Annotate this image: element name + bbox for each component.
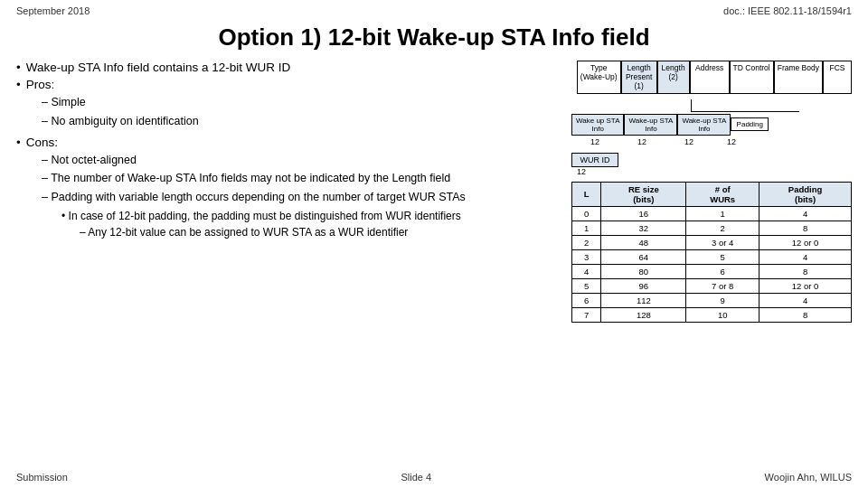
wakeup-padding: Padding [731,117,769,131]
table-cell-5-1: 96 [601,278,686,293]
connector-line [691,99,799,112]
table-header-padding: Padding(bits) [760,182,852,206]
table-header-row: L RE size(bits) # ofWURs Padding(bits) [572,182,852,206]
info-table: L RE size(bits) # ofWURs Padding(bits) 0… [571,182,852,323]
bullet-3-sub3: – Padding with variable length occurs de… [42,189,476,206]
table-body: 01614132282483 or 412 or 036454480685967… [572,206,852,322]
case-12bit-label: In case of 12-bit padding, the padding m… [69,210,461,222]
wur-id-box: WUR ID [571,153,618,167]
simple-label: Simple [51,96,85,108]
table-cell-5-3: 12 or 0 [760,278,852,293]
table-row: 36454 [572,249,852,264]
left-column: • Wake-up STA Info field contains a 12-b… [16,61,557,323]
table-header-re-size: RE size(bits) [601,182,686,206]
dash-3: – [42,154,51,166]
table-row: 13228 [572,221,852,235]
wakeup-label-pad: 12 [712,137,750,146]
table-cell-3-1: 64 [601,249,686,264]
frame-cell-length: Length(2) [657,61,690,94]
table-row: 48068 [572,264,852,278]
table-cell-6-0: 6 [572,293,601,307]
table-cell-1-1: 32 [601,221,686,235]
frame-cell-length-present: LengthPresent(1) [621,61,657,94]
bullet-2: • Pros: [16,78,557,91]
bullet-2-label: Pros: [26,78,55,91]
table-cell-6-2: 9 [686,293,760,307]
bullet-3-sub1: – Not octet-aligned [42,152,557,169]
frame-diagram: Type(Wake-Up) LengthPresent(1) Length(2)… [571,61,852,94]
table-cell-5-2: 7 or 8 [686,278,760,293]
table-cell-0-3: 4 [760,206,852,221]
wakeup-box-3: Wake-up STAInfo [677,114,731,136]
any-12bit-label: Any 12-bit value can be assigned to WUR … [88,226,408,239]
table-cell-0-2: 1 [686,206,760,221]
bullet-dot-3: • [16,136,21,149]
table-cell-4-1: 80 [601,264,686,278]
footer-right: Woojin Ahn, WILUS [765,472,852,483]
bullet-3-sub3-sub1-sub1: – Any 12-bit value can be assigned to WU… [80,224,477,240]
footer: Submission Slide 4 Woojin Ahn, WILUS [0,472,868,483]
table-row: 5967 or 812 or 0 [572,278,852,293]
header-right: doc.: IEEE 802.11-18/1594r1 [723,5,852,16]
table-cell-2-0: 2 [572,235,601,249]
right-column: Type(Wake-Up) LengthPresent(1) Length(2)… [571,61,852,323]
frame-cell-frame-body: Frame Body [774,61,823,94]
bullet-3-sub3-sub1: • In case of 12-bit padding, the padding… [61,208,477,224]
table-cell-6-3: 4 [760,293,852,307]
wur-id-section: WUR ID 12 [571,152,852,176]
bullet-1-text: Wake-up STA Info field contains a 12-bit… [26,61,291,74]
bullet-1: • Wake-up STA Info field contains a 12-b… [16,61,557,74]
wakeup-label-2: 12 [618,137,665,146]
table-cell-4-2: 6 [686,264,760,278]
bullet-dot-2: • [16,78,21,91]
bullet-3-label: Cons: [26,136,58,149]
table-cell-3-0: 3 [572,249,601,264]
dash-4: – [42,172,51,184]
wakeup-labels: 12 12 12 12 [571,137,852,146]
connector-area [571,99,852,112]
frame-row: Type(Wake-Up) LengthPresent(1) Length(2)… [577,61,852,94]
table-row: 2483 or 412 or 0 [572,235,852,249]
table-header-l: L [572,182,601,206]
frame-cell-td-control: TD Control [730,61,774,94]
table-cell-2-2: 3 or 4 [686,235,760,249]
table-row: 7128108 [572,307,852,322]
bullet-dot-1: • [16,61,21,74]
dash-1: – [42,96,51,108]
bullet-2-sub2: – No ambiguity on identification [42,113,557,130]
header-left: September 2018 [16,5,90,16]
page-title: Option 1) 12-bit Wake-up STA Info field [0,23,868,52]
table-cell-3-2: 5 [686,249,760,264]
bullet-2-sub1: – Simple [42,94,557,111]
table-row: 01614 [572,206,852,221]
not-octet-label: Not octet-aligned [51,154,137,166]
table-cell-3-3: 4 [760,249,852,264]
dash-inner: – [80,226,88,239]
table-cell-1-2: 2 [686,221,760,235]
wakeup-box-1: Wake up STAInfo [571,114,624,136]
table-cell-4-3: 8 [760,264,852,278]
dash-5: – [42,191,51,203]
frame-cell-fcs: FCS [823,61,852,94]
table-header-wurs: # ofWURs [686,182,760,206]
number-fields-label: The number of Wake-up STA Info fields ma… [51,172,450,184]
table-cell-7-2: 10 [686,307,760,322]
no-ambiguity-label: No ambiguity on identification [51,115,198,127]
table-cell-7-3: 8 [760,307,852,322]
wakeup-boxes: Wake up STAInfo Wake-up STAInfo Wake-up … [571,114,852,136]
footer-center: Slide 4 [401,472,431,483]
wur-id-value: 12 [571,167,611,176]
table-cell-1-0: 1 [572,221,601,235]
table-row: 611294 [572,293,852,307]
bullet-3-sub2: – The number of Wake-up STA Info fields … [42,170,476,187]
wakeup-label-3: 12 [665,137,712,146]
frame-cell-type: Type(Wake-Up) [577,61,621,94]
padding-label: Padding with variable length occurs depe… [51,191,465,203]
bullet-3: • Cons: [16,136,557,149]
bullet-inner-dot: • [61,210,69,222]
table-cell-2-1: 48 [601,235,686,249]
frame-cell-address: Address [690,61,730,94]
table-cell-2-3: 12 or 0 [760,235,852,249]
wakeup-box-2: Wake-up STAInfo [624,114,677,136]
wakeup-label-1: 12 [571,137,618,146]
